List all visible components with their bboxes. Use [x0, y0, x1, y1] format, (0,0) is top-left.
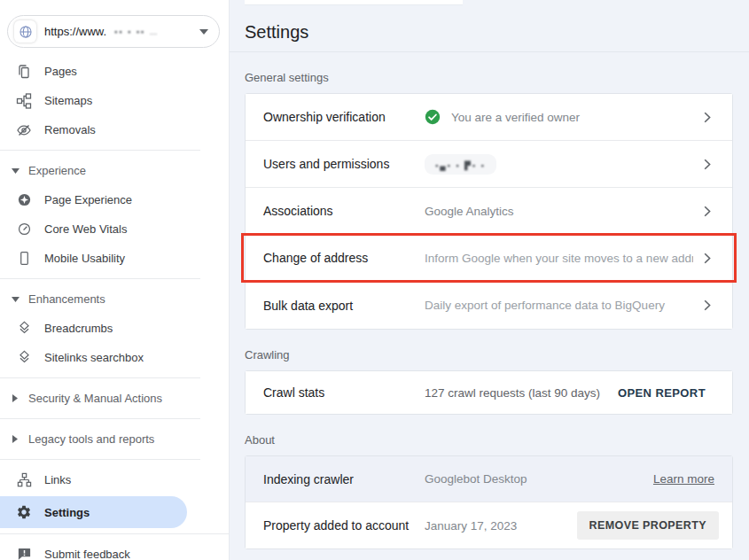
- globe-icon: [14, 20, 36, 43]
- sidebar-item-core-web-vitals[interactable]: Core Web Vitals: [0, 214, 229, 244]
- sidebar: https://www. ▪▪ ▪ ▪▪ … Pages Sitemaps: [0, 0, 229, 560]
- crawling-card: Crawl stats 127 crawl requests (last 90 …: [245, 370, 733, 415]
- row-value-text: January 17, 2023: [425, 519, 517, 533]
- feedback-bubble-icon: [16, 547, 32, 560]
- row-property-added[interactable]: Property added to account January 17, 20…: [246, 502, 732, 548]
- collapsed-caret-icon: [11, 435, 20, 443]
- sidebar-section-label: Experience: [28, 164, 86, 177]
- row-value-text: Googlebot Desktop: [425, 472, 527, 486]
- core-web-vitals-gauge-icon: [16, 222, 32, 237]
- page-title: Settings: [230, 0, 749, 51]
- property-url-redacted: ▪▪ ▪ ▪▪ …: [114, 27, 159, 36]
- row-bulk-data-export[interactable]: Bulk data export Daily export of perform…: [246, 282, 732, 329]
- sidebar-section-legacy-tools[interactable]: Legacy tools and reports: [0, 424, 229, 454]
- sidebar-item-page-experience[interactable]: Page Experience: [0, 185, 229, 214]
- section-label-about: About: [245, 433, 749, 447]
- sidebar-divider: [0, 278, 200, 279]
- section-label-crawling: Crawling: [245, 348, 749, 362]
- chevron-right-icon: [704, 299, 711, 311]
- row-users-and-permissions[interactable]: Users and permissions ▪▄▪ ▪ ▛▪ ▪: [246, 141, 732, 188]
- enhancement-diamond-icon: [16, 321, 32, 337]
- row-label: Users and permissions: [246, 157, 425, 171]
- property-url: https://www.: [44, 25, 106, 38]
- row-label: Associations: [246, 204, 425, 218]
- sidebar-divider: [0, 459, 200, 460]
- row-label: Change of address: [246, 251, 425, 265]
- sidebar-item-mobile-usability[interactable]: Mobile Usability: [0, 244, 229, 273]
- property-selector[interactable]: https://www. ▪▪ ▪ ▪▪ …: [7, 15, 220, 48]
- row-label: Crawl stats: [246, 385, 425, 400]
- chevron-right-icon: [704, 159, 711, 170]
- row-indexing-crawler[interactable]: Indexing crawler Googlebot Desktop Learn…: [246, 456, 732, 502]
- verified-check-icon: [425, 109, 441, 125]
- sidebar-section-label: Enhancements: [28, 292, 105, 306]
- sidebar-section-experience[interactable]: Experience: [0, 156, 229, 185]
- row-value-text: 127 crawl requests (last 90 days): [425, 386, 600, 400]
- sidebar-item-settings[interactable]: Settings: [0, 496, 187, 528]
- sidebar-section-label: Legacy tools and reports: [28, 432, 154, 446]
- row-value-text: Inform Google when your site moves to a …: [425, 252, 693, 265]
- row-crawl-stats[interactable]: Crawl stats 127 crawl requests (last 90 …: [246, 371, 732, 414]
- sidebar-divider: [0, 418, 200, 419]
- row-associations[interactable]: Associations Google Analytics: [246, 188, 732, 235]
- collapsed-caret-icon: [11, 394, 20, 402]
- sidebar-item-label: Mobile Usability: [44, 252, 125, 265]
- dropdown-caret-icon: [199, 29, 208, 35]
- sidebar-item-submit-feedback[interactable]: Submit feedback: [0, 540, 229, 560]
- pages-icon: [16, 64, 32, 80]
- sidebar-item-label: Sitelinks searchbox: [44, 351, 144, 364]
- search-console-app: https://www. ▪▪ ▪ ▪▪ … Pages Sitemaps: [0, 0, 749, 560]
- learn-more-link[interactable]: Learn more: [653, 472, 714, 486]
- section-label-general-settings: General settings: [245, 71, 749, 84]
- removals-hidden-eye-icon: [16, 122, 32, 138]
- open-report-link[interactable]: OPEN REPORT: [618, 386, 706, 400]
- sidebar-item-label: Page Experience: [44, 193, 132, 206]
- mobile-phone-icon: [16, 251, 32, 267]
- chevron-right-icon: [704, 206, 711, 217]
- row-change-of-address[interactable]: Change of address Inform Google when you…: [246, 235, 732, 282]
- scrolled-content-edge: [245, 0, 463, 5]
- sidebar-section-label: Security & Manual Actions: [28, 392, 162, 405]
- sidebar-item-label: Links: [44, 473, 71, 486]
- row-label: Bulk data export: [246, 299, 425, 313]
- sidebar-item-label: Removals: [44, 123, 96, 136]
- sidebar-item-label: Core Web Vitals: [44, 222, 127, 236]
- sidebar-item-label: Submit feedback: [44, 548, 130, 560]
- sidebar-item-label: Settings: [44, 506, 90, 519]
- remove-property-button[interactable]: REMOVE PROPERTY: [577, 511, 719, 540]
- page-experience-icon: [16, 192, 32, 208]
- links-tree-icon: [16, 472, 32, 488]
- sidebar-item-label: Breadcrumbs: [44, 322, 113, 335]
- chevron-right-icon: [704, 253, 711, 264]
- sidebar-item-label: Pages: [44, 65, 77, 78]
- sidebar-item-label: Sitemaps: [44, 94, 92, 107]
- sidebar-section-security-manual-actions[interactable]: Security & Manual Actions: [0, 384, 229, 413]
- expand-caret-icon: [11, 168, 20, 174]
- expand-caret-icon: [11, 297, 20, 302]
- sitemaps-icon: [16, 93, 32, 109]
- title-divider: [230, 51, 749, 52]
- row-label: Ownership verification: [246, 110, 425, 124]
- main-content: Settings General settings Ownership veri…: [229, 0, 749, 560]
- sidebar-item-pages[interactable]: Pages: [0, 57, 229, 86]
- row-value-text: Daily export of performance data to BigQ…: [425, 299, 665, 312]
- sidebar-divider: [0, 533, 229, 534]
- row-label: Indexing crawler: [246, 472, 425, 486]
- row-value-text: Google Analytics: [425, 205, 514, 218]
- redacted-users-value: ▪▄▪ ▪ ▛▪ ▪: [425, 154, 496, 175]
- row-ownership-verification[interactable]: Ownership verification You are a verifie…: [246, 94, 732, 141]
- chevron-right-icon: [704, 112, 711, 123]
- row-label: Property added to account: [246, 518, 425, 533]
- about-card: Indexing crawler Googlebot Desktop Learn…: [245, 455, 733, 549]
- enhancement-diamond-icon: [16, 350, 32, 366]
- sidebar-item-removals[interactable]: Removals: [0, 115, 229, 144]
- sidebar-item-links[interactable]: Links: [0, 465, 229, 494]
- sidebar-divider: [0, 150, 200, 151]
- sidebar-item-breadcrumbs[interactable]: Breadcrumbs: [0, 314, 229, 343]
- sidebar-item-sitelinks-searchbox[interactable]: Sitelinks searchbox: [0, 343, 229, 372]
- gear-icon: [16, 504, 32, 520]
- sidebar-section-enhancements[interactable]: Enhancements: [0, 284, 229, 314]
- sidebar-item-sitemaps[interactable]: Sitemaps: [0, 86, 229, 115]
- row-value-text: You are a verified owner: [451, 111, 580, 124]
- sidebar-divider: [0, 377, 200, 378]
